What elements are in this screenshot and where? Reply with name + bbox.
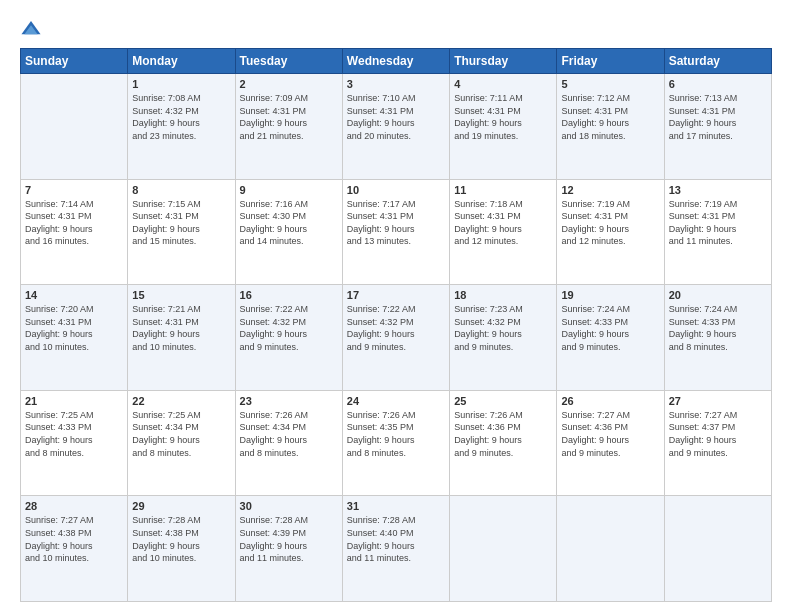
calendar-week-row: 21Sunrise: 7:25 AM Sunset: 4:33 PM Dayli… (21, 390, 772, 496)
calendar-cell: 12Sunrise: 7:19 AM Sunset: 4:31 PM Dayli… (557, 179, 664, 285)
calendar-cell: 27Sunrise: 7:27 AM Sunset: 4:37 PM Dayli… (664, 390, 771, 496)
calendar-cell (450, 496, 557, 602)
day-number: 8 (132, 184, 230, 196)
calendar-page: SundayMondayTuesdayWednesdayThursdayFrid… (0, 0, 792, 612)
cell-info: Sunrise: 7:19 AM Sunset: 4:31 PM Dayligh… (669, 198, 767, 248)
cell-info: Sunrise: 7:22 AM Sunset: 4:32 PM Dayligh… (240, 303, 338, 353)
day-number: 7 (25, 184, 123, 196)
cell-info: Sunrise: 7:26 AM Sunset: 4:36 PM Dayligh… (454, 409, 552, 459)
day-number: 21 (25, 395, 123, 407)
cell-info: Sunrise: 7:09 AM Sunset: 4:31 PM Dayligh… (240, 92, 338, 142)
calendar-cell: 2Sunrise: 7:09 AM Sunset: 4:31 PM Daylig… (235, 74, 342, 180)
cell-info: Sunrise: 7:20 AM Sunset: 4:31 PM Dayligh… (25, 303, 123, 353)
calendar-cell: 26Sunrise: 7:27 AM Sunset: 4:36 PM Dayli… (557, 390, 664, 496)
cell-info: Sunrise: 7:27 AM Sunset: 4:38 PM Dayligh… (25, 514, 123, 564)
calendar-cell: 20Sunrise: 7:24 AM Sunset: 4:33 PM Dayli… (664, 285, 771, 391)
day-number: 1 (132, 78, 230, 90)
cell-info: Sunrise: 7:13 AM Sunset: 4:31 PM Dayligh… (669, 92, 767, 142)
cell-info: Sunrise: 7:17 AM Sunset: 4:31 PM Dayligh… (347, 198, 445, 248)
calendar-cell: 21Sunrise: 7:25 AM Sunset: 4:33 PM Dayli… (21, 390, 128, 496)
day-number: 6 (669, 78, 767, 90)
cell-info: Sunrise: 7:25 AM Sunset: 4:34 PM Dayligh… (132, 409, 230, 459)
day-number: 20 (669, 289, 767, 301)
calendar-cell: 16Sunrise: 7:22 AM Sunset: 4:32 PM Dayli… (235, 285, 342, 391)
cell-info: Sunrise: 7:26 AM Sunset: 4:34 PM Dayligh… (240, 409, 338, 459)
calendar-cell: 14Sunrise: 7:20 AM Sunset: 4:31 PM Dayli… (21, 285, 128, 391)
header-day: Wednesday (342, 49, 449, 74)
cell-info: Sunrise: 7:16 AM Sunset: 4:30 PM Dayligh… (240, 198, 338, 248)
cell-info: Sunrise: 7:08 AM Sunset: 4:32 PM Dayligh… (132, 92, 230, 142)
day-number: 14 (25, 289, 123, 301)
cell-info: Sunrise: 7:28 AM Sunset: 4:39 PM Dayligh… (240, 514, 338, 564)
day-number: 9 (240, 184, 338, 196)
cell-info: Sunrise: 7:14 AM Sunset: 4:31 PM Dayligh… (25, 198, 123, 248)
day-number: 29 (132, 500, 230, 512)
calendar-cell: 31Sunrise: 7:28 AM Sunset: 4:40 PM Dayli… (342, 496, 449, 602)
calendar-cell: 13Sunrise: 7:19 AM Sunset: 4:31 PM Dayli… (664, 179, 771, 285)
calendar-cell: 7Sunrise: 7:14 AM Sunset: 4:31 PM Daylig… (21, 179, 128, 285)
calendar-cell: 10Sunrise: 7:17 AM Sunset: 4:31 PM Dayli… (342, 179, 449, 285)
calendar-cell: 23Sunrise: 7:26 AM Sunset: 4:34 PM Dayli… (235, 390, 342, 496)
cell-info: Sunrise: 7:26 AM Sunset: 4:35 PM Dayligh… (347, 409, 445, 459)
day-number: 3 (347, 78, 445, 90)
cell-info: Sunrise: 7:24 AM Sunset: 4:33 PM Dayligh… (561, 303, 659, 353)
calendar-week-row: 7Sunrise: 7:14 AM Sunset: 4:31 PM Daylig… (21, 179, 772, 285)
calendar-cell: 25Sunrise: 7:26 AM Sunset: 4:36 PM Dayli… (450, 390, 557, 496)
calendar-cell: 28Sunrise: 7:27 AM Sunset: 4:38 PM Dayli… (21, 496, 128, 602)
calendar-cell: 9Sunrise: 7:16 AM Sunset: 4:30 PM Daylig… (235, 179, 342, 285)
day-number: 31 (347, 500, 445, 512)
calendar-cell: 6Sunrise: 7:13 AM Sunset: 4:31 PM Daylig… (664, 74, 771, 180)
day-number: 22 (132, 395, 230, 407)
calendar-cell: 5Sunrise: 7:12 AM Sunset: 4:31 PM Daylig… (557, 74, 664, 180)
day-number: 23 (240, 395, 338, 407)
cell-info: Sunrise: 7:25 AM Sunset: 4:33 PM Dayligh… (25, 409, 123, 459)
cell-info: Sunrise: 7:28 AM Sunset: 4:40 PM Dayligh… (347, 514, 445, 564)
header-day: Monday (128, 49, 235, 74)
header-day: Friday (557, 49, 664, 74)
cell-info: Sunrise: 7:28 AM Sunset: 4:38 PM Dayligh… (132, 514, 230, 564)
calendar-cell: 30Sunrise: 7:28 AM Sunset: 4:39 PM Dayli… (235, 496, 342, 602)
cell-info: Sunrise: 7:22 AM Sunset: 4:32 PM Dayligh… (347, 303, 445, 353)
calendar-cell: 29Sunrise: 7:28 AM Sunset: 4:38 PM Dayli… (128, 496, 235, 602)
header-day: Sunday (21, 49, 128, 74)
header-row: SundayMondayTuesdayWednesdayThursdayFrid… (21, 49, 772, 74)
day-number: 4 (454, 78, 552, 90)
day-number: 2 (240, 78, 338, 90)
cell-info: Sunrise: 7:18 AM Sunset: 4:31 PM Dayligh… (454, 198, 552, 248)
cell-info: Sunrise: 7:11 AM Sunset: 4:31 PM Dayligh… (454, 92, 552, 142)
day-number: 25 (454, 395, 552, 407)
day-number: 24 (347, 395, 445, 407)
cell-info: Sunrise: 7:15 AM Sunset: 4:31 PM Dayligh… (132, 198, 230, 248)
day-number: 30 (240, 500, 338, 512)
day-number: 17 (347, 289, 445, 301)
day-number: 13 (669, 184, 767, 196)
day-number: 15 (132, 289, 230, 301)
calendar-cell (21, 74, 128, 180)
cell-info: Sunrise: 7:23 AM Sunset: 4:32 PM Dayligh… (454, 303, 552, 353)
header (20, 18, 772, 40)
header-day: Thursday (450, 49, 557, 74)
calendar-week-row: 28Sunrise: 7:27 AM Sunset: 4:38 PM Dayli… (21, 496, 772, 602)
day-number: 12 (561, 184, 659, 196)
cell-info: Sunrise: 7:24 AM Sunset: 4:33 PM Dayligh… (669, 303, 767, 353)
calendar-cell: 3Sunrise: 7:10 AM Sunset: 4:31 PM Daylig… (342, 74, 449, 180)
day-number: 26 (561, 395, 659, 407)
logo-icon (20, 18, 42, 40)
cell-info: Sunrise: 7:19 AM Sunset: 4:31 PM Dayligh… (561, 198, 659, 248)
cell-info: Sunrise: 7:27 AM Sunset: 4:36 PM Dayligh… (561, 409, 659, 459)
day-number: 18 (454, 289, 552, 301)
header-day: Saturday (664, 49, 771, 74)
day-number: 10 (347, 184, 445, 196)
calendar-cell (664, 496, 771, 602)
calendar-cell: 17Sunrise: 7:22 AM Sunset: 4:32 PM Dayli… (342, 285, 449, 391)
day-number: 27 (669, 395, 767, 407)
calendar-cell: 4Sunrise: 7:11 AM Sunset: 4:31 PM Daylig… (450, 74, 557, 180)
cell-info: Sunrise: 7:10 AM Sunset: 4:31 PM Dayligh… (347, 92, 445, 142)
calendar-cell: 18Sunrise: 7:23 AM Sunset: 4:32 PM Dayli… (450, 285, 557, 391)
calendar-cell: 8Sunrise: 7:15 AM Sunset: 4:31 PM Daylig… (128, 179, 235, 285)
calendar-cell: 15Sunrise: 7:21 AM Sunset: 4:31 PM Dayli… (128, 285, 235, 391)
calendar-cell: 24Sunrise: 7:26 AM Sunset: 4:35 PM Dayli… (342, 390, 449, 496)
header-day: Tuesday (235, 49, 342, 74)
logo (20, 18, 46, 40)
calendar-week-row: 14Sunrise: 7:20 AM Sunset: 4:31 PM Dayli… (21, 285, 772, 391)
